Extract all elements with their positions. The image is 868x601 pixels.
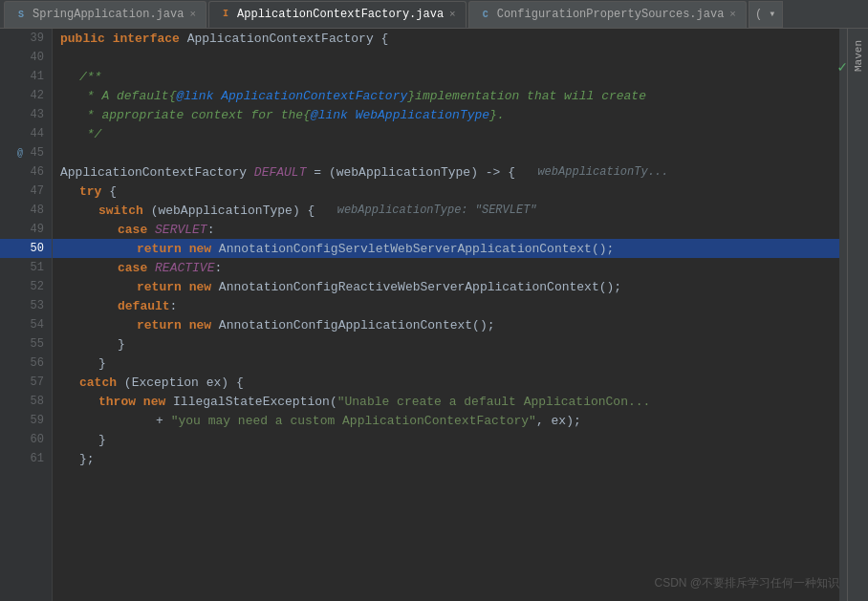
gutter-line-43: 43 bbox=[0, 105, 52, 124]
gutter-line-60: 60 bbox=[0, 430, 52, 449]
gutter-line-61: 61 bbox=[0, 449, 52, 468]
tab-more-icon: ( ▾ bbox=[755, 7, 776, 21]
tab-close-config[interactable]: × bbox=[729, 9, 736, 20]
code-line-42: * A default {@link ApplicationContextFac… bbox=[53, 86, 839, 105]
tab-config-property[interactable]: C ConfigurationPropertySources.java × bbox=[468, 1, 747, 28]
code-line-40 bbox=[53, 48, 839, 67]
gutter-line-57: 57 bbox=[0, 373, 52, 392]
code-line-48: switch (webApplicationType) { webApplica… bbox=[53, 201, 839, 220]
validation-checkmark: ✓ bbox=[837, 57, 847, 76]
code-line-47: try { bbox=[53, 182, 839, 201]
gutter-line-51: 51 bbox=[0, 258, 52, 277]
gutter-line-46: 46 bbox=[0, 162, 52, 182]
code-line-57: catch (Exception ex) { bbox=[53, 373, 839, 392]
tab-bar: S SpringApplication.java × I Application… bbox=[0, 0, 868, 29]
tab-app-context[interactable]: I ApplicationContextFactory.java × bbox=[208, 1, 467, 28]
code-line-53: default: bbox=[53, 296, 839, 315]
code-content[interactable]: public interface ApplicationContextFacto… bbox=[53, 29, 839, 601]
tab-icon-config: C bbox=[479, 8, 492, 21]
tab-label-spring: SpringApplication.java bbox=[33, 8, 184, 21]
gutter-line-47: 47 bbox=[0, 182, 52, 201]
code-line-51: case REACTIVE: bbox=[53, 258, 839, 277]
gutter-line-39: 39 bbox=[0, 29, 52, 48]
code-line-50: return new AnnotationConfigServletWebSer… bbox=[53, 239, 839, 258]
gutter-line-41: 41 bbox=[0, 67, 52, 86]
tab-label-config: ConfigurationPropertySources.java bbox=[497, 8, 725, 21]
code-line-55: } bbox=[53, 334, 839, 354]
code-line-56: } bbox=[53, 354, 839, 373]
gutter-line-52: 52 bbox=[0, 277, 52, 296]
tab-more-button[interactable]: ( ▾ bbox=[749, 1, 783, 28]
gutter-line-45: @ 45 bbox=[0, 143, 52, 162]
tab-icon-spring: S bbox=[14, 8, 28, 21]
gutter-line-58: 58 bbox=[0, 392, 52, 411]
tab-spring-application[interactable]: S SpringApplication.java × bbox=[4, 1, 206, 28]
code-line-61: }; bbox=[53, 449, 839, 468]
code-line-58: throw new IllegalStateException("Unable … bbox=[53, 392, 839, 411]
editor-area: 39 40 41 42 43 44 @ 45 46 47 48 49 50 51… bbox=[0, 29, 868, 601]
sidebar-item-maven[interactable]: Maven bbox=[851, 32, 866, 79]
code-line-46: ApplicationContextFactory DEFAULT = (web… bbox=[53, 162, 839, 182]
line-gutter: 39 40 41 42 43 44 @ 45 46 47 48 49 50 51… bbox=[0, 29, 53, 601]
code-line-54: return new AnnotationConfigApplicationCo… bbox=[53, 315, 839, 334]
gutter-line-54: 54 bbox=[0, 315, 52, 334]
code-line-41: /** bbox=[53, 67, 839, 86]
tab-close-spring[interactable]: × bbox=[189, 9, 196, 20]
watermark: CSDN @不要排斥学习任何一种知识 bbox=[654, 575, 839, 591]
gutter-line-59: 59 bbox=[0, 411, 52, 430]
code-line-39: public interface ApplicationContextFacto… bbox=[53, 29, 839, 48]
gutter-line-48: 48 bbox=[0, 201, 52, 220]
tab-label-app-context: ApplicationContextFactory.java bbox=[237, 8, 444, 21]
code-line-45 bbox=[53, 143, 839, 162]
gutter-line-40: 40 bbox=[0, 48, 52, 67]
annotation-marker: @ bbox=[17, 148, 23, 159]
scroll-indicator[interactable] bbox=[839, 29, 847, 601]
gutter-line-53: 53 bbox=[0, 296, 52, 315]
code-line-60: } bbox=[53, 430, 839, 449]
code-line-43: * appropriate context for the {@link Web… bbox=[53, 105, 839, 124]
gutter-line-55: 55 bbox=[0, 334, 52, 354]
tab-icon-interface: I bbox=[219, 8, 232, 21]
code-line-44: */ bbox=[53, 124, 839, 143]
gutter-line-44: 44 bbox=[0, 124, 52, 143]
code-lines: public interface ApplicationContextFacto… bbox=[53, 29, 839, 468]
gutter-line-50: 50 bbox=[0, 239, 52, 258]
tab-close-app-context[interactable]: × bbox=[449, 9, 456, 20]
code-line-52: return new AnnotationConfigReactiveWebSe… bbox=[53, 277, 839, 296]
code-line-49: case SERVLET: bbox=[53, 220, 839, 239]
code-line-59: + "you may need a custom ApplicationCont… bbox=[53, 411, 839, 430]
right-sidebar: Maven bbox=[847, 29, 868, 601]
gutter-line-56: 56 bbox=[0, 354, 52, 373]
gutter-line-49: 49 bbox=[0, 220, 52, 239]
gutter-line-42: 42 bbox=[0, 86, 52, 105]
